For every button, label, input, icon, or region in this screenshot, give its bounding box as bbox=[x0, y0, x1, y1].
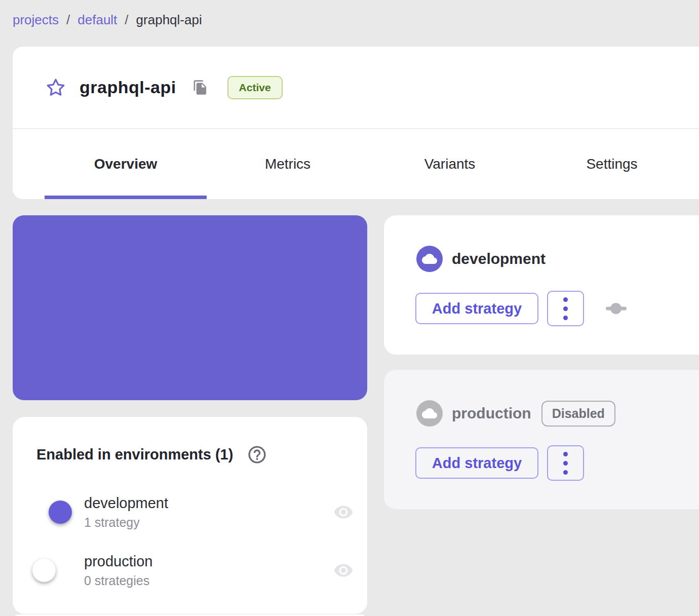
environment-toggle-development[interactable] bbox=[35, 503, 69, 521]
feature-tabs: Overview Metrics Variants Settings bbox=[45, 129, 693, 199]
copy-icon bbox=[192, 80, 208, 95]
environment-row-strategies: 1 strategy bbox=[84, 515, 168, 530]
tab-variants[interactable]: Variants bbox=[369, 129, 531, 199]
environment-toggle-production[interactable] bbox=[35, 561, 69, 580]
breadcrumb-current: graphql-api bbox=[136, 12, 202, 28]
environment-row-development: development 1 strategy bbox=[35, 489, 356, 535]
breadcrumb-link-default[interactable]: default bbox=[77, 12, 117, 28]
tab-overview[interactable]: Overview bbox=[45, 129, 207, 199]
breadcrumb-link-projects[interactable]: projects bbox=[13, 12, 59, 28]
visibility-button[interactable] bbox=[331, 560, 356, 581]
help-icon bbox=[247, 444, 267, 465]
enabled-environments-title: Enabled in environments (1) bbox=[36, 446, 233, 463]
toggle-thumb bbox=[49, 500, 72, 524]
kebab-dot bbox=[563, 297, 568, 302]
kebab-dot bbox=[563, 461, 568, 466]
tab-settings-label: Settings bbox=[586, 156, 637, 172]
enabled-environments-card: Enabled in environments (1) development … bbox=[13, 417, 367, 614]
status-badge: Active bbox=[227, 76, 283, 99]
breadcrumb-separator: / bbox=[125, 12, 128, 28]
cloud-icon bbox=[422, 406, 437, 421]
environment-row-name: production bbox=[84, 553, 152, 570]
add-strategy-button[interactable]: Add strategy bbox=[415, 293, 538, 324]
kebab-dot bbox=[563, 306, 568, 311]
favorite-button[interactable] bbox=[46, 78, 65, 97]
copy-name-button[interactable] bbox=[192, 80, 208, 95]
feature-title-row: graphql-api Active bbox=[13, 47, 699, 129]
environment-card-development: development Add strategy bbox=[384, 215, 699, 355]
page-title: graphql-api bbox=[80, 78, 176, 97]
environment-menu-button[interactable] bbox=[547, 445, 584, 481]
environment-row-strategies: 0 strategies bbox=[84, 573, 152, 588]
environment-actions: Add strategy bbox=[415, 445, 584, 481]
environment-menu-button[interactable] bbox=[547, 291, 584, 326]
environment-name: development bbox=[452, 250, 546, 267]
disabled-badge: Disabled bbox=[541, 401, 615, 427]
help-button[interactable] bbox=[247, 444, 267, 465]
environment-row-production: production 0 strategies bbox=[35, 548, 356, 593]
eye-icon bbox=[331, 502, 356, 522]
environment-name: production bbox=[452, 405, 531, 422]
breadcrumb-separator: / bbox=[66, 12, 70, 28]
cloud-icon bbox=[422, 251, 437, 266]
toggle-thumb bbox=[32, 559, 56, 582]
environment-row-name: development bbox=[84, 495, 168, 512]
environment-avatar bbox=[416, 400, 443, 427]
environment-header: production Disabled bbox=[416, 400, 615, 427]
kebab-dot bbox=[563, 452, 568, 456]
strategy-slider-icon bbox=[606, 302, 627, 315]
kebab-dot bbox=[563, 316, 568, 320]
tab-metrics-label: Metrics bbox=[265, 156, 310, 172]
tab-settings[interactable]: Settings bbox=[531, 129, 693, 199]
environment-header: development bbox=[416, 246, 546, 272]
environment-avatar bbox=[416, 246, 443, 272]
environment-actions: Add strategy bbox=[415, 291, 627, 326]
environment-card-production: production Disabled Add strategy bbox=[384, 370, 699, 509]
visibility-button[interactable] bbox=[331, 502, 356, 522]
feature-header-card: graphql-api Active Overview Metrics Vari… bbox=[13, 47, 699, 199]
tab-variants-label: Variants bbox=[424, 156, 476, 172]
eye-icon bbox=[331, 560, 356, 581]
tab-metrics[interactable]: Metrics bbox=[207, 129, 369, 199]
toggle-type-card: Release toggle Project: default No descr… bbox=[13, 215, 367, 400]
star-icon bbox=[46, 78, 65, 97]
breadcrumb: projects / default / graphql-api bbox=[13, 12, 202, 28]
tab-overview-label: Overview bbox=[94, 156, 158, 172]
add-strategy-button[interactable]: Add strategy bbox=[415, 447, 538, 479]
kebab-dot bbox=[563, 470, 568, 475]
active-tab-indicator bbox=[45, 196, 207, 199]
